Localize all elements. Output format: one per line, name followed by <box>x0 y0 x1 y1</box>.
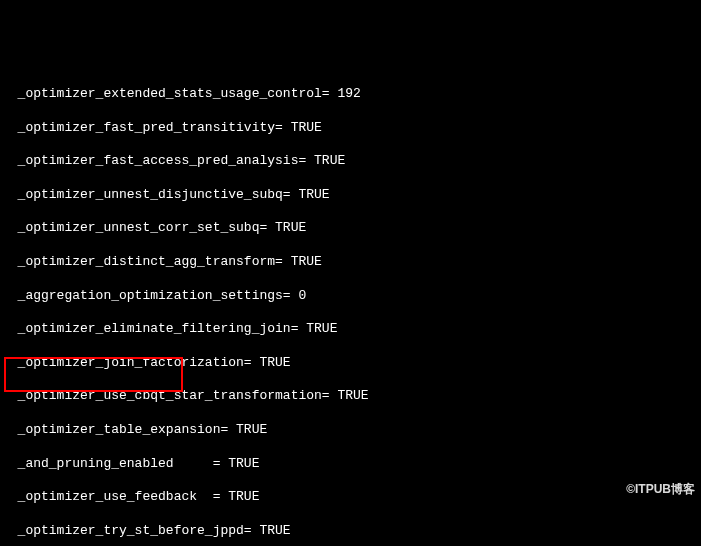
watermark-text: ©ITPUB博客 <box>626 481 695 498</box>
terminal-line: _optimizer_fast_pred_transitivity= TRUE <box>2 120 701 137</box>
terminal-line: _optimizer_unnest_disjunctive_subq= TRUE <box>2 187 701 204</box>
terminal-line: _optimizer_use_cbqt_star_transformation=… <box>2 388 701 405</box>
terminal-line: _aggregation_optimization_settings= 0 <box>2 288 701 305</box>
terminal-line: _optimizer_use_feedback = TRUE <box>2 489 701 506</box>
terminal-line: _optimizer_distinct_agg_transform= TRUE <box>2 254 701 271</box>
terminal-line: _optimizer_eliminate_filtering_join= TRU… <box>2 321 701 338</box>
terminal-line: _optimizer_table_expansion= TRUE <box>2 422 701 439</box>
terminal-line: _optimizer_fast_access_pred_analysis= TR… <box>2 153 701 170</box>
terminal-line: _and_pruning_enabled = TRUE <box>2 456 701 473</box>
terminal-line: _optimizer_try_st_before_jppd= TRUE <box>2 523 701 540</box>
terminal-output: _optimizer_extended_stats_usage_control=… <box>0 67 701 546</box>
terminal-line: _optimizer_extended_stats_usage_control=… <box>2 86 701 103</box>
terminal-line: _optimizer_join_factorization= TRUE <box>2 355 701 372</box>
terminal-line: _optimizer_unnest_corr_set_subq= TRUE <box>2 220 701 237</box>
